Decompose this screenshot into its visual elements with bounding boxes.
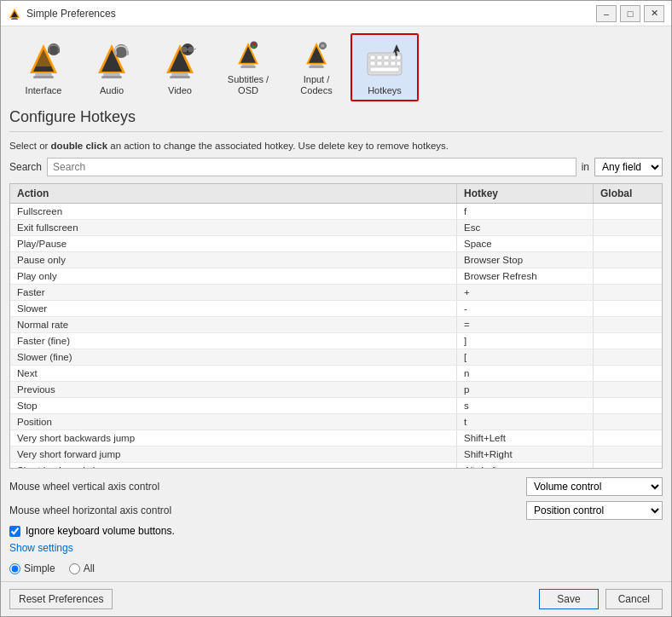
tab-hotkeys[interactable]: Hotkeys [350,33,419,101]
svg-point-26 [188,46,194,52]
svg-rect-56 [391,61,396,66]
td-action: Short backwards jump [10,463,457,468]
tab-subtitles[interactable]: Subtitles / OSD [214,33,282,101]
table-row[interactable]: Slower - [10,301,662,317]
window: Simple Preferences – □ ✕ [0,0,672,617]
table-row[interactable]: Pause only Browser Stop [10,252,662,268]
td-global [594,366,662,381]
tab-hotkeys-label: Hotkeys [368,85,402,96]
table-row[interactable]: Play only Browser Refresh [10,268,662,285]
td-hotkey: t [457,414,594,430]
mouse-horizontal-row: Mouse wheel horizontal axis control Posi… [9,501,663,520]
radio-simple-label[interactable]: Simple [9,562,55,574]
close-button[interactable]: ✕ [644,5,664,22]
tab-audio[interactable]: Audio [78,33,146,101]
search-input[interactable] [47,158,576,176]
checkbox-row: Ignore keyboard volume buttons. [9,525,663,537]
td-action: Exit fullscreen [10,220,457,235]
footer-right: Save Cancel [539,589,663,609]
svg-rect-18 [126,50,129,55]
table-row[interactable]: Very short forward jump Shift+Right [10,447,662,463]
svg-rect-10 [48,49,50,53]
svg-rect-53 [370,61,375,66]
th-hotkey: Hotkey [457,184,594,203]
td-action: Very short backwards jump [10,430,457,446]
td-global [594,317,662,332]
content-area: Interface Audio [1,26,671,581]
svg-rect-3 [11,18,18,20]
td-action: Faster (fine) [10,333,457,349]
instruction-bold: double click [51,141,107,151]
svg-rect-46 [319,45,321,47]
svg-rect-44 [322,47,323,49]
td-action: Slower [10,301,457,316]
footer-left: Reset Preferences [9,589,113,609]
table-row[interactable]: Fullscreen f [10,204,662,220]
td-hotkey: Alt+Left [457,463,594,468]
td-global [594,268,662,284]
show-settings-link[interactable]: Show settings [9,542,73,554]
ignore-keyboard-label: Ignore keyboard volume buttons. [26,525,175,537]
ignore-keyboard-checkbox[interactable] [9,526,20,537]
mouse-vertical-select[interactable]: Volume control Position control No actio… [526,477,663,496]
svg-point-35 [252,43,255,45]
svg-rect-58 [370,67,399,72]
table-row[interactable]: Slower (fine) [ [10,349,662,366]
table-body: Fullscreen f Exit fullscreen Esc Play/Pa… [10,204,662,468]
svg-rect-40 [309,66,324,67]
td-global [594,430,662,446]
radio-all[interactable] [69,563,80,574]
search-field-select[interactable]: Any field Action Hotkey [594,158,663,176]
mouse-vertical-row: Mouse wheel vertical axis control Volume… [9,477,663,496]
td-global [594,349,662,365]
td-hotkey: Shift+Left [457,430,594,446]
radio-row: Simple All [9,562,663,574]
td-global [594,204,662,219]
table-row[interactable]: Normal rate = [10,317,662,333]
svg-rect-33 [240,66,256,67]
title-bar: Simple Preferences – □ ✕ [1,1,671,26]
tab-interface[interactable]: Interface [9,33,78,101]
svg-point-25 [182,46,188,52]
td-hotkey: Shift+Right [457,447,594,462]
save-button[interactable]: Save [539,589,598,609]
table-row[interactable]: Faster + [10,285,662,301]
table-row[interactable]: Previous p [10,382,662,398]
tab-video-label: Video [168,85,192,96]
radio-all-label[interactable]: All [69,562,95,574]
table-row[interactable]: Short backwards jump Alt+Left [10,463,662,468]
table-row[interactable]: Very short backwards jump Shift+Left [10,430,662,447]
table-row[interactable]: Next n [10,366,662,382]
minimize-button[interactable]: – [596,5,617,22]
table-row[interactable]: Play/Pause Space [10,236,662,252]
th-global: Global [594,184,662,203]
reset-preferences-button[interactable]: Reset Preferences [9,589,113,609]
mouse-vertical-label: Mouse wheel vertical axis control [9,481,159,493]
cancel-button[interactable]: Cancel [605,589,663,609]
table-row[interactable]: Stop s [10,398,662,414]
tab-video[interactable]: Video [146,33,214,101]
tab-input-codecs[interactable]: Input / Codecs [282,33,350,101]
svg-rect-57 [397,61,401,66]
svg-rect-43 [322,43,323,44]
td-hotkey: Browser Stop [457,252,594,268]
hotkeys-icon [364,41,405,82]
radio-simple[interactable] [9,563,20,574]
maximize-button[interactable]: □ [620,5,640,22]
input-codecs-icon [296,40,337,71]
td-action: Very short forward jump [10,447,457,462]
table-row[interactable]: Position t [10,414,662,430]
svg-rect-55 [384,61,389,66]
td-action: Previous [10,382,457,397]
td-hotkey: f [457,204,594,219]
td-hotkey: Esc [457,220,594,235]
td-hotkey: + [457,285,594,300]
table-row[interactable]: Exit fullscreen Esc [10,220,662,236]
svg-rect-22 [170,76,190,78]
table-row[interactable]: Faster (fine) ] [10,333,662,349]
mouse-horizontal-select[interactable]: Position control Volume control No actio… [526,501,663,520]
title-bar-controls: – □ ✕ [596,5,664,22]
footer-bar: Reset Preferences Save Cancel [1,581,671,616]
td-hotkey: s [457,398,594,413]
show-settings-row: Show settings [9,542,663,554]
